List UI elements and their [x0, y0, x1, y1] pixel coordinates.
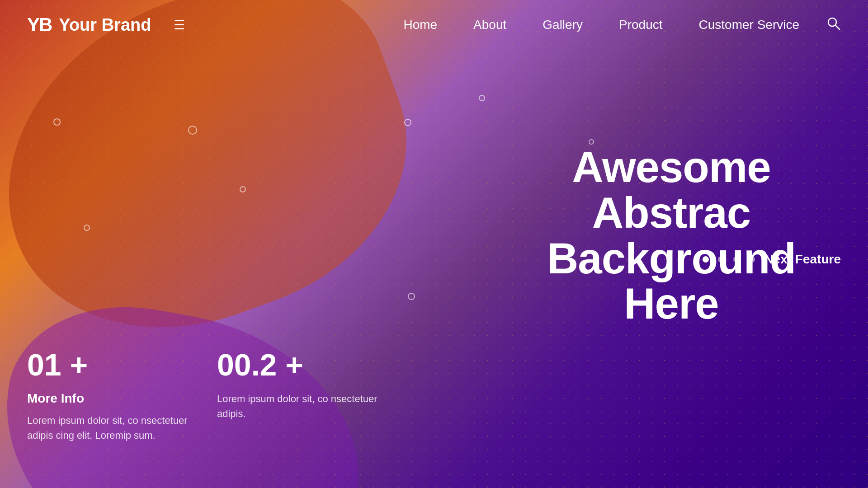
- float-circle-3: [240, 186, 246, 192]
- nav-link-product[interactable]: Product: [619, 18, 663, 32]
- slider-dot-1[interactable]: [703, 256, 709, 263]
- stat-block-1: 01 + More Info Lorem ipsum dolor sit, co…: [27, 347, 217, 443]
- brand-name: Your Brand: [59, 15, 151, 35]
- search-icon: [826, 16, 841, 31]
- hero-content: Awesome Abstrac Background Here: [502, 145, 841, 327]
- float-circle-2: [188, 126, 197, 135]
- slider-dot-3[interactable]: [733, 256, 740, 263]
- nav-links: Home About Gallery Product Customer Serv…: [403, 18, 799, 32]
- float-circle-6: [479, 95, 485, 101]
- navbar: YB Your Brand ☰ Home About Gallery Produ…: [0, 0, 868, 50]
- stats-section: 01 + More Info Lorem ipsum dolor sit, co…: [27, 347, 841, 443]
- float-circle-4: [84, 225, 90, 231]
- stat-desc-1: Lorem ipsum dolor sit, co nsectetuer adi…: [27, 413, 199, 443]
- hero-title: Awesome Abstrac Background Here: [502, 145, 841, 327]
- more-info-label[interactable]: More Info: [27, 391, 217, 406]
- hero-title-line1: Awesome Abstrac: [572, 143, 770, 237]
- stat-desc-2: Lorem ipsum dolor sit, co nsectetuer adi…: [217, 391, 389, 421]
- float-circle-8: [408, 293, 415, 300]
- hamburger-button[interactable]: ☰: [174, 18, 185, 33]
- nav-link-home[interactable]: Home: [403, 18, 437, 32]
- nav-link-gallery[interactable]: Gallery: [542, 18, 583, 32]
- hero-title-line2: Background Here: [547, 234, 796, 328]
- slider-controls: Next Feature: [703, 252, 841, 267]
- logo-mark: YB: [27, 14, 52, 36]
- svg-line-1: [835, 25, 840, 29]
- stat-number-1: 01 +: [27, 347, 217, 382]
- slider-dot-4[interactable]: [749, 256, 755, 263]
- slider-dot-2[interactable]: [718, 256, 724, 263]
- next-feature-label[interactable]: Next Feature: [764, 252, 841, 267]
- brand-logo[interactable]: YB Your Brand: [27, 14, 151, 36]
- float-circle-1: [53, 118, 61, 126]
- stat-block-2: 00.2 + Lorem ipsum dolor sit, co nsectet…: [217, 347, 407, 443]
- search-button[interactable]: [826, 16, 841, 34]
- nav-link-about[interactable]: About: [473, 18, 506, 32]
- stat-number-2: 00.2 +: [217, 347, 407, 382]
- float-circle-5: [404, 119, 411, 126]
- nav-link-customer-service[interactable]: Customer Service: [698, 18, 799, 32]
